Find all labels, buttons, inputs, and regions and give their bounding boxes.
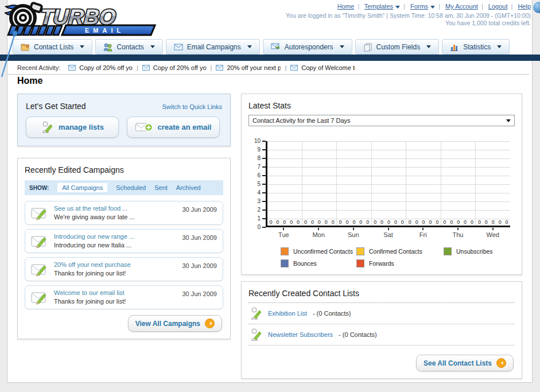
legend-label: Forwards — [369, 260, 394, 267]
tab-label: Custom Fields — [376, 43, 421, 51]
bar-chart-icon — [450, 42, 459, 52]
bar-value-label: 0 — [415, 219, 418, 225]
link-separator: | — [358, 3, 359, 10]
link-templates[interactable]: Templates — [364, 3, 393, 10]
recent-activity-item[interactable]: 20% off your next p — [216, 64, 281, 71]
tab-autoresponders[interactable]: Autoresponders — [263, 39, 352, 55]
legend-swatch — [356, 247, 364, 255]
link-forms[interactable]: Forms — [410, 3, 428, 10]
campaign-subtitle: Thanks for joining our list! — [54, 297, 126, 306]
tab-custom-fields[interactable]: Custom Fields — [355, 39, 440, 55]
selected-period: Contact Activity for the Last 7 Days — [252, 117, 351, 124]
person-pencil-icon — [250, 327, 262, 342]
item-separator: | — [137, 64, 138, 71]
tab-statistics[interactable]: Statistics — [442, 39, 510, 55]
view-all-campaigns-button[interactable]: View All Campaigns — [128, 315, 222, 332]
filter-archived[interactable]: Archived — [176, 184, 201, 191]
y-axis-tick: 10 — [254, 138, 261, 145]
see-all-contact-lists-button[interactable]: See All Contact Lists — [416, 355, 514, 371]
bar-value-label: 0 — [457, 219, 460, 225]
filter-sent[interactable]: Sent — [154, 184, 168, 191]
link-help[interactable]: Help — [518, 3, 531, 10]
stats-period-select[interactable]: Contact Activity for the Last 7 Days — [248, 115, 515, 126]
filter-all-campaigns[interactable]: All Campaigns — [57, 183, 107, 192]
contact-list-row: Exhibition List (0 Contacts) — [248, 303, 515, 324]
button-label: See All Contact Lists — [424, 359, 492, 367]
campaign-date: 30 Jun 2009 — [182, 206, 217, 213]
app-logo[interactable]: EMAIL TURBO — [5, 1, 160, 39]
recent-activity-item[interactable]: Copy of Welcome to — [290, 64, 355, 71]
link-separator: | — [511, 3, 512, 10]
link-home[interactable]: Home — [337, 3, 354, 10]
y-axis-tick-mark — [262, 158, 266, 159]
latest-stats-panel: Latest Stats Contact Activity for the La… — [241, 94, 522, 275]
tab-email-campaigns[interactable]: Email Campaigns — [166, 39, 260, 55]
bar-value-label: 0 — [506, 219, 508, 225]
left-column: Let's Get Started Switch to Quick Links … — [17, 94, 231, 339]
recent-activity-item[interactable]: Copy of 20% off yo — [142, 64, 207, 71]
y-axis-tick: 7 — [257, 164, 261, 170]
svg-text:TURBO: TURBO — [40, 5, 117, 29]
tab-contact-lists[interactable]: Contact Lists — [13, 39, 92, 55]
campaign-filter-bar: SHOW: All Campaigns Scheduled Sent Archi… — [25, 180, 223, 195]
envelope-icon — [290, 65, 298, 71]
envelope-pencil-icon — [31, 206, 48, 220]
login-status-text: You are logged in as "Timothy Smith" | S… — [286, 12, 531, 20]
chart-x-labels: TueMonSunSatFriThuWed — [266, 227, 510, 238]
legend-label: Bounces — [293, 260, 317, 267]
recent-activity-item[interactable]: Copy of 20% off yo — [68, 64, 133, 71]
page: EMAIL TURBO Home| Templates| Forms| My A… — [0, 0, 540, 392]
credits-text: You have 1,000 total credits left. — [286, 20, 531, 27]
bar-value-label: 0 — [304, 219, 307, 225]
y-axis-tick-mark — [262, 166, 266, 168]
manage-lists-button[interactable]: manage lists — [26, 117, 119, 138]
corner-dot-decoration-icon — [533, 2, 540, 13]
y-axis-tick: 3 — [257, 198, 261, 205]
campaign-title-link[interactable]: 20% off your next purchase — [54, 261, 131, 269]
legend-swatch — [444, 247, 452, 255]
tab-contacts[interactable]: Contacts — [95, 39, 162, 55]
x-axis-label: Mon — [301, 227, 336, 238]
login-status-block: You are logged in as "Timothy Smith" | S… — [286, 12, 531, 27]
bar-value-label: 0 — [297, 219, 300, 225]
recent-activity-bar: Recent Activity: Copy of 20% off yo | Co… — [7, 61, 529, 75]
bar-value-label: 0 — [283, 219, 286, 225]
value-label-row: 00000 — [476, 219, 510, 225]
bar-value-label: 0 — [443, 219, 446, 225]
contact-list-link[interactable]: Exhibition List — [268, 310, 307, 317]
panel-title: Latest Stats — [248, 101, 515, 110]
envelope-icon — [142, 65, 150, 71]
campaign-title-link[interactable]: See us at the retail food ... — [54, 204, 135, 213]
y-axis-tick: 0 — [257, 224, 261, 231]
panel-title: Recently Edited Campaigns — [25, 165, 223, 174]
x-axis-label: Sat — [371, 227, 406, 238]
contact-list-link[interactable]: Newsletter Subscribers — [268, 331, 333, 338]
page-footer — [0, 383, 540, 392]
link-logout[interactable]: Logout — [488, 3, 508, 10]
x-axis-label: Thu — [441, 227, 476, 238]
bar-value-label: 0 — [290, 219, 293, 225]
create-email-button[interactable]: create an email — [127, 117, 220, 138]
link-separator: | — [403, 3, 405, 10]
bar-value-label: 0 — [401, 219, 404, 225]
chart-day-column: 00000 — [441, 141, 476, 226]
chevron-down-icon — [497, 45, 502, 48]
contact-list-row: Newsletter Subscribers (0 Contacts) — [248, 324, 515, 346]
legend-swatch — [281, 247, 289, 255]
main-nav-tabs: Contact Lists Contacts Email Campaigns — [13, 39, 510, 55]
y-axis-tick-mark — [262, 141, 266, 142]
arrow-right-icon — [496, 358, 506, 368]
y-axis-tick: 2 — [257, 207, 261, 214]
bar-value-label: 0 — [436, 219, 438, 225]
tab-label: Contacts — [116, 43, 143, 51]
filter-scheduled[interactable]: Scheduled — [116, 184, 146, 191]
legend-label: Unsubscribes — [456, 248, 493, 255]
chevron-down-icon — [80, 45, 84, 48]
campaign-subtitle: Introducing our new Italia ... — [54, 241, 134, 250]
legend-item: Confirmed Contacts — [356, 247, 444, 255]
campaign-title-link[interactable]: Welcome to our email list — [54, 289, 126, 297]
link-my-account[interactable]: My Account — [445, 3, 478, 10]
button-label: manage lists — [59, 123, 104, 131]
campaign-title-link[interactable]: Introducing our new range ... — [54, 232, 134, 241]
switch-quick-links[interactable]: Switch to Quick Links — [162, 103, 222, 110]
